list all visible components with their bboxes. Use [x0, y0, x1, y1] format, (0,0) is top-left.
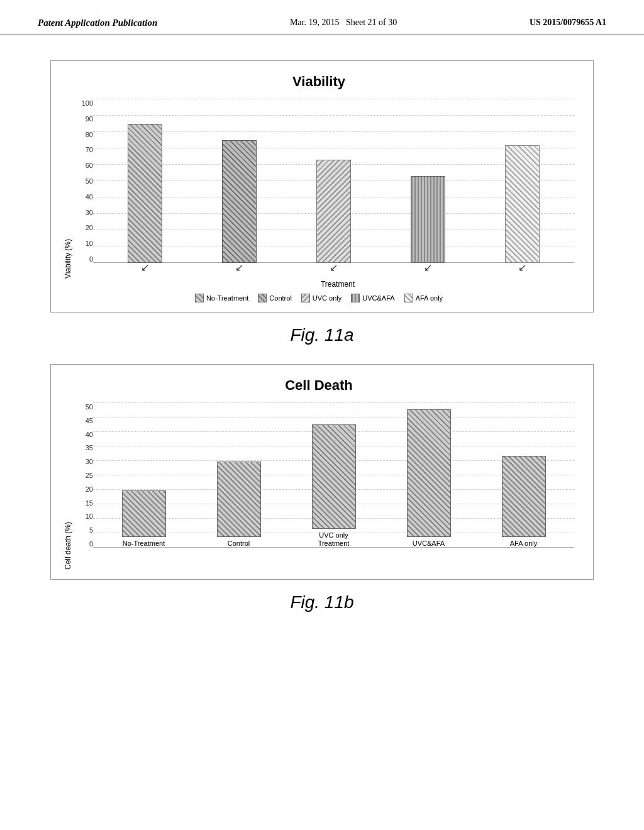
legend-box-uvc-afa: [351, 294, 360, 302]
fig11a-legend: No-Treatment Control UVC only UVC&AFA AF…: [64, 294, 574, 302]
xlabel-cd-no-treatment: No-Treatment: [123, 540, 165, 548]
fig11b-main-row: 0 5 10 15 20 25 30 35 40 45 50: [75, 403, 574, 570]
legend-item-uvc-afa: UVC&AFA: [351, 294, 394, 302]
bar-cd-uvc-afa: [407, 409, 451, 536]
xlabel-cd-uvc-afa: UVC&AFA: [413, 540, 445, 548]
ytick-90: 90: [75, 115, 93, 123]
ytick-70: 70: [75, 146, 93, 153]
bar-group-cd-uvc-afa: UVC&AFA: [387, 403, 470, 548]
bar-group-uvc-only: ↙: [291, 99, 376, 263]
legend-label-no-treatment: No-Treatment: [206, 294, 248, 302]
bar-control: ↙: [222, 140, 257, 263]
legend-label-afa-only: AFA only: [416, 294, 443, 302]
ytick-cd-0: 0: [75, 540, 93, 548]
legend-label-uvc-only: UVC only: [313, 294, 341, 302]
bar-group-no-treatment: ↙: [103, 99, 187, 263]
fig11b-title: Cell Death: [64, 377, 574, 394]
bar-cd-no-treatment: [122, 490, 166, 537]
bar-group-afa-only: ↙: [480, 99, 565, 263]
header-patent-number: US 2015/0079655 A1: [530, 18, 606, 28]
header-publication-type: Patent Application Publication: [38, 18, 157, 28]
legend-box-afa-only: [404, 294, 413, 302]
fig11a-chart-body: 0 10 20 30 40 50 60 70 80 90 100: [75, 99, 574, 279]
fig11b-y-axis-label: Cell death (%): [64, 522, 72, 570]
legend-item-uvc-only: UVC only: [301, 294, 341, 302]
ytick-cd-50: 50: [75, 403, 93, 411]
bar-group-cd-afa-only: AFA only: [482, 403, 565, 548]
legend-item-control: Control: [258, 294, 291, 302]
fig11a-y-axis-label: Viability (%): [64, 239, 72, 279]
xlabel-cd-afa-only: AFA only: [510, 540, 537, 548]
xlabel-cd-control: Control: [228, 540, 250, 548]
ytick-40: 40: [75, 193, 93, 201]
bar-group-cd-uvc-only: UVC onlyTreatment: [292, 403, 375, 548]
ytick-cd-20: 20: [75, 485, 93, 493]
header-date: Mar. 19, 2015: [290, 18, 340, 27]
fig11b-bars-container: No-Treatment Control UVC: [93, 403, 574, 570]
fig11a-bars-container: ↙ ↙: [93, 99, 574, 279]
ytick-cd-10: 10: [75, 512, 93, 520]
legend-label-control: Control: [269, 294, 291, 302]
legend-label-uvc-afa: UVC&AFA: [362, 294, 394, 302]
fig11b-ytick-labels: 0 5 10 15 20 25 30 35 40 45 50: [75, 403, 93, 570]
fig11b-chart-body: 0 5 10 15 20 25 30 35 40 45 50: [75, 403, 574, 570]
ytick-30: 30: [75, 209, 93, 216]
fig11a-title: Viability: [64, 74, 574, 90]
ytick-cd-25: 25: [75, 472, 93, 479]
fig11b-chart-area: Cell death (%) 0 5 10 15 20 25 30: [64, 403, 574, 570]
ytick-cd-35: 35: [75, 444, 93, 451]
fig11a-bars-row: ↙ ↙: [93, 99, 574, 279]
fig11a-chart-area: Viability (%) 0 10 20 30 40 50 60: [64, 99, 574, 279]
header-date-sheet: Mar. 19, 2015 Sheet 21 of 30: [290, 18, 397, 28]
legend-box-control: [258, 294, 267, 302]
bar-cd-uvc-only: [312, 424, 356, 529]
header-sheet: Sheet 21 of 30: [346, 18, 397, 27]
fig11a-y-ticks-area: 0 10 20 30 40 50 60 70 80 90 100: [75, 99, 574, 279]
fig11a-container: Viability Viability (%) 0 10 20 30 40: [50, 60, 594, 313]
bar-group-uvc-afa: ↙: [386, 99, 470, 263]
ytick-cd-45: 45: [75, 417, 93, 424]
page-content: Viability Viability (%) 0 10 20 30 40: [0, 35, 644, 656]
bar-cd-afa-only: [502, 456, 546, 537]
ytick-20: 20: [75, 224, 93, 231]
page-header: Patent Application Publication Mar. 19, …: [0, 0, 644, 35]
bar-group-control: ↙: [197, 99, 282, 263]
ytick-cd-15: 15: [75, 499, 93, 507]
legend-box-no-treatment: [195, 294, 204, 302]
ytick-80: 80: [75, 131, 93, 138]
legend-item-no-treatment: No-Treatment: [195, 294, 248, 302]
fig11b-label: Fig. 11b: [50, 592, 594, 612]
ytick-cd-5: 5: [75, 526, 93, 534]
legend-box-uvc-only: [301, 294, 310, 302]
bar-group-cd-control: Control: [197, 403, 280, 548]
fig11b-bars-row: No-Treatment Control UVC: [93, 403, 574, 570]
fig11a-ytick-labels: 0 10 20 30 40 50 60 70 80 90 100: [75, 99, 93, 279]
ytick-cd-30: 30: [75, 458, 93, 465]
ytick-60: 60: [75, 162, 93, 169]
ytick-50: 50: [75, 177, 93, 185]
bar-uvc-afa: ↙: [411, 176, 445, 263]
ytick-cd-40: 40: [75, 431, 93, 438]
ytick-100: 100: [75, 99, 93, 107]
fig11a-label: Fig. 11a: [50, 325, 594, 345]
fig11b-chart-inner: 0 5 10 15 20 25 30 35 40 45 50: [75, 403, 574, 570]
bar-cd-control: [217, 462, 261, 537]
xlabel-cd-uvc-only: UVC onlyTreatment: [318, 531, 350, 548]
bar-no-treatment: ↙: [128, 124, 162, 263]
fig11a-x-axis-title: Treatment: [101, 280, 574, 289]
bar-afa-only: ↙: [505, 145, 540, 263]
ytick-0: 0: [75, 255, 93, 263]
legend-item-afa-only: AFA only: [404, 294, 443, 302]
fig11a-chart-inner: 0 10 20 30 40 50 60 70 80 90 100: [75, 99, 574, 279]
bar-group-cd-no-treatment: No-Treatment: [103, 403, 185, 548]
ytick-10: 10: [75, 240, 93, 247]
bar-uvc-only: ↙: [316, 160, 351, 263]
fig11b-container: Cell Death Cell death (%) 0 5 10 15 20 2…: [50, 364, 594, 580]
